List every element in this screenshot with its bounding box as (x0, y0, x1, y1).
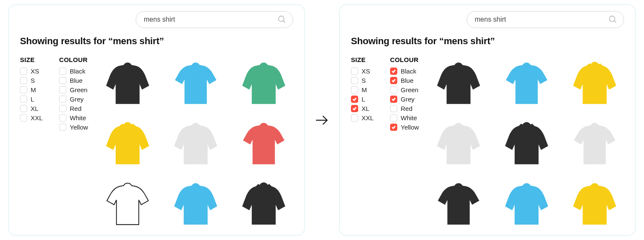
svg-line-4 (614, 21, 616, 23)
filter-option-label: Grey (70, 96, 84, 103)
checkbox[interactable] (390, 68, 397, 75)
checkbox[interactable] (20, 96, 27, 103)
product-item[interactable] (497, 116, 556, 171)
filter-option-label: Red (401, 105, 413, 112)
filter-option-label: S (362, 77, 366, 84)
filter-option[interactable]: White (59, 114, 89, 121)
checkbox[interactable] (59, 96, 66, 103)
filter-option[interactable]: L (351, 96, 381, 103)
filter-option[interactable]: Blue (59, 77, 89, 84)
checkbox[interactable] (59, 124, 66, 131)
product-item[interactable] (497, 177, 556, 231)
filter-option[interactable]: S (351, 77, 381, 84)
search-input[interactable] (144, 16, 274, 23)
filter-option[interactable]: L (20, 96, 50, 103)
results-panel-before: Showing results for “mens shirt” SIZE XS… (8, 4, 305, 236)
filter-option[interactable]: Green (59, 86, 89, 93)
filter-option[interactable]: XL (20, 105, 50, 112)
checkbox[interactable] (59, 105, 66, 112)
checkbox[interactable] (390, 114, 397, 121)
checkbox[interactable] (20, 77, 27, 84)
filter-title-size: SIZE (20, 56, 50, 63)
product-item[interactable] (234, 56, 293, 110)
check-icon (352, 97, 357, 102)
colour-options: BlackBlueGreenGreyRedWhiteYellow (59, 68, 89, 131)
product-item[interactable] (429, 56, 488, 110)
filter-option[interactable]: S (20, 77, 50, 84)
filter-option[interactable]: Grey (59, 96, 89, 103)
filter-option-label: L (31, 96, 34, 103)
product-item[interactable] (98, 56, 157, 110)
filter-option[interactable]: M (351, 86, 381, 93)
filter-option[interactable]: Red (59, 105, 89, 112)
filter-option[interactable]: Red (390, 105, 420, 112)
checkbox[interactable] (390, 96, 397, 103)
filter-option[interactable]: XL (351, 105, 381, 112)
filter-option[interactable]: M (20, 86, 50, 93)
check-icon (391, 69, 396, 73)
product-item[interactable] (429, 177, 488, 231)
filter-option-label: XL (362, 105, 369, 112)
shirt-icon (433, 178, 484, 229)
product-item[interactable] (565, 56, 624, 110)
product-item[interactable] (234, 116, 293, 171)
product-grid (429, 56, 624, 231)
checkbox[interactable] (59, 114, 66, 121)
product-item[interactable] (98, 177, 157, 231)
product-item[interactable] (166, 116, 225, 171)
checkbox[interactable] (59, 68, 66, 75)
results-heading: Showing results for “mens shirt” (351, 36, 624, 47)
checkbox[interactable] (351, 77, 358, 84)
product-item[interactable] (98, 116, 157, 171)
filter-option[interactable]: Grey (390, 96, 420, 103)
checkbox[interactable] (351, 105, 358, 112)
filter-option[interactable]: XXL (351, 114, 381, 121)
product-item[interactable] (166, 56, 225, 110)
product-item[interactable] (565, 177, 624, 231)
filter-option[interactable]: White (390, 114, 420, 121)
search-wrap (20, 11, 293, 28)
product-item[interactable] (166, 177, 225, 231)
checkbox[interactable] (20, 68, 27, 75)
filter-option[interactable]: Yellow (390, 124, 420, 131)
checkbox[interactable] (351, 114, 358, 121)
checkbox[interactable] (390, 77, 397, 84)
checkbox[interactable] (390, 105, 397, 112)
filter-option-label: S (31, 77, 35, 84)
checkbox[interactable] (20, 86, 27, 93)
shirt-icon (433, 118, 484, 169)
checkbox[interactable] (390, 86, 397, 93)
filter-option[interactable]: Yellow (59, 124, 89, 131)
checkbox[interactable] (351, 86, 358, 93)
checkbox[interactable] (59, 86, 66, 93)
search-field[interactable] (136, 11, 293, 28)
product-item[interactable] (565, 116, 624, 171)
product-item[interactable] (497, 56, 556, 110)
search-input[interactable] (475, 16, 605, 23)
shirt-icon (170, 118, 221, 169)
filter-option[interactable]: XXL (20, 114, 50, 121)
checkbox[interactable] (351, 68, 358, 75)
filter-option[interactable]: XS (351, 68, 381, 75)
filter-option[interactable]: XS (20, 68, 50, 75)
product-item[interactable] (429, 116, 488, 171)
filter-option[interactable]: Green (390, 86, 420, 93)
shirt-icon (501, 178, 552, 229)
filter-option-label: M (362, 86, 367, 93)
search-field[interactable] (467, 11, 624, 28)
checkbox[interactable] (59, 77, 66, 84)
shirt-icon (569, 58, 620, 109)
shirt-icon (238, 178, 289, 229)
filter-size: SIZE XSSMLXLXXL (351, 56, 381, 231)
checkbox[interactable] (351, 96, 358, 103)
filter-option[interactable]: Blue (390, 77, 420, 84)
checkbox[interactable] (20, 114, 27, 121)
checkbox[interactable] (20, 105, 27, 112)
filter-option[interactable]: Black (390, 68, 420, 75)
checkbox[interactable] (390, 124, 397, 131)
filter-option-label: Yellow (401, 124, 419, 131)
shirt-icon (569, 178, 620, 229)
filter-option[interactable]: Black (59, 68, 89, 75)
filter-option-label: M (31, 86, 36, 93)
product-item[interactable] (234, 177, 293, 231)
